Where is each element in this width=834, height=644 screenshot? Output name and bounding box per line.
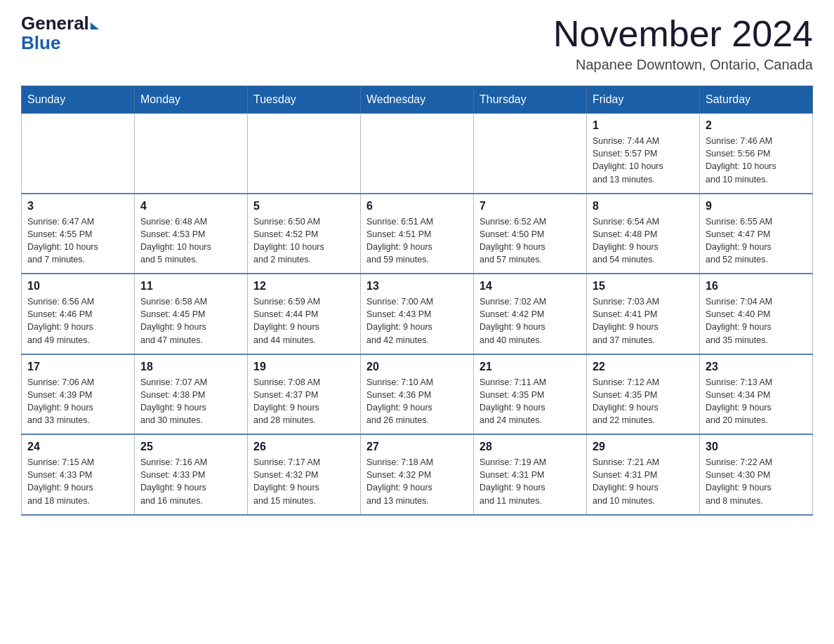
day-info: Sunrise: 7:02 AMSunset: 4:42 PMDaylight:…	[479, 295, 581, 347]
calendar-cell: 26Sunrise: 7:17 AMSunset: 4:32 PMDayligh…	[248, 434, 361, 515]
calendar-cell: 20Sunrise: 7:10 AMSunset: 4:36 PMDayligh…	[361, 354, 474, 435]
calendar-header-sunday: Sunday	[22, 86, 135, 114]
calendar-table: SundayMondayTuesdayWednesdayThursdayFrid…	[21, 86, 813, 516]
day-number: 1	[593, 119, 694, 132]
calendar-cell: 4Sunrise: 6:48 AMSunset: 4:53 PMDaylight…	[135, 194, 248, 274]
day-number: 24	[27, 441, 128, 453]
calendar-cell	[135, 114, 248, 194]
day-number: 17	[27, 361, 128, 373]
day-number: 12	[253, 280, 355, 293]
logo: General Blue	[21, 14, 99, 54]
day-number: 13	[366, 280, 468, 293]
day-number: 14	[479, 280, 581, 293]
day-info: Sunrise: 7:44 AMSunset: 5:57 PMDaylight:…	[593, 135, 694, 186]
day-number: 10	[27, 280, 128, 293]
logo-general-text: General	[21, 14, 89, 32]
calendar-cell: 2Sunrise: 7:46 AMSunset: 5:56 PMDaylight…	[700, 114, 813, 194]
header: General Blue November 2024 Napanee Downt…	[21, 14, 813, 73]
calendar-cell: 28Sunrise: 7:19 AMSunset: 4:31 PMDayligh…	[474, 434, 587, 515]
day-info: Sunrise: 7:08 AMSunset: 4:37 PMDaylight:…	[253, 376, 355, 427]
day-info: Sunrise: 7:12 AMSunset: 4:35 PMDaylight:…	[593, 376, 694, 427]
calendar-cell: 18Sunrise: 7:07 AMSunset: 4:38 PMDayligh…	[135, 354, 248, 435]
day-number: 18	[140, 361, 241, 373]
day-info: Sunrise: 7:13 AMSunset: 4:34 PMDaylight:…	[706, 376, 807, 427]
day-info: Sunrise: 6:58 AMSunset: 4:45 PMDaylight:…	[140, 295, 241, 347]
day-info: Sunrise: 7:10 AMSunset: 4:36 PMDaylight:…	[366, 376, 468, 427]
day-info: Sunrise: 6:50 AMSunset: 4:52 PMDaylight:…	[253, 215, 355, 267]
day-info: Sunrise: 7:18 AMSunset: 4:32 PMDaylight:…	[366, 456, 468, 507]
day-number: 30	[706, 441, 807, 453]
day-number: 8	[593, 200, 694, 213]
calendar-cell	[248, 114, 361, 194]
day-info: Sunrise: 6:59 AMSunset: 4:44 PMDaylight:…	[253, 295, 355, 347]
calendar-cell: 13Sunrise: 7:00 AMSunset: 4:43 PMDayligh…	[361, 274, 474, 354]
calendar-cell: 23Sunrise: 7:13 AMSunset: 4:34 PMDayligh…	[700, 354, 813, 435]
day-info: Sunrise: 6:55 AMSunset: 4:47 PMDaylight:…	[706, 215, 807, 267]
day-number: 15	[593, 280, 694, 293]
day-info: Sunrise: 7:17 AMSunset: 4:32 PMDaylight:…	[253, 456, 355, 507]
calendar-cell: 7Sunrise: 6:52 AMSunset: 4:50 PMDaylight…	[474, 194, 587, 274]
calendar-header-row: SundayMondayTuesdayWednesdayThursdayFrid…	[22, 86, 813, 114]
logo-arrow-icon	[91, 22, 99, 29]
calendar-cell: 6Sunrise: 6:51 AMSunset: 4:51 PMDaylight…	[361, 194, 474, 274]
calendar-cell: 15Sunrise: 7:03 AMSunset: 4:41 PMDayligh…	[587, 274, 700, 354]
calendar-week-3: 10Sunrise: 6:56 AMSunset: 4:46 PMDayligh…	[22, 274, 813, 354]
day-number: 6	[366, 200, 468, 213]
calendar-cell	[361, 114, 474, 194]
calendar-cell: 17Sunrise: 7:06 AMSunset: 4:39 PMDayligh…	[22, 354, 135, 435]
day-number: 19	[253, 361, 355, 373]
day-info: Sunrise: 6:47 AMSunset: 4:55 PMDaylight:…	[27, 215, 128, 267]
day-number: 26	[253, 441, 355, 453]
logo-blue-text: Blue	[21, 32, 60, 53]
day-info: Sunrise: 7:04 AMSunset: 4:40 PMDaylight:…	[706, 295, 807, 347]
calendar-cell: 1Sunrise: 7:44 AMSunset: 5:57 PMDaylight…	[587, 114, 700, 194]
calendar-header-wednesday: Wednesday	[361, 86, 474, 114]
calendar-cell: 24Sunrise: 7:15 AMSunset: 4:33 PMDayligh…	[22, 434, 135, 515]
calendar-week-2: 3Sunrise: 6:47 AMSunset: 4:55 PMDaylight…	[22, 194, 813, 274]
day-number: 25	[140, 441, 241, 453]
calendar-cell: 9Sunrise: 6:55 AMSunset: 4:47 PMDaylight…	[700, 194, 813, 274]
day-info: Sunrise: 7:11 AMSunset: 4:35 PMDaylight:…	[479, 376, 581, 427]
day-number: 4	[140, 200, 241, 213]
calendar-week-1: 1Sunrise: 7:44 AMSunset: 5:57 PMDaylight…	[22, 114, 813, 194]
day-number: 22	[593, 361, 694, 373]
day-info: Sunrise: 7:06 AMSunset: 4:39 PMDaylight:…	[27, 376, 128, 427]
day-number: 3	[27, 200, 128, 213]
day-info: Sunrise: 7:15 AMSunset: 4:33 PMDaylight:…	[27, 456, 128, 507]
calendar-cell: 5Sunrise: 6:50 AMSunset: 4:52 PMDaylight…	[248, 194, 361, 274]
day-info: Sunrise: 7:19 AMSunset: 4:31 PMDaylight:…	[479, 456, 581, 507]
calendar-cell: 27Sunrise: 7:18 AMSunset: 4:32 PMDayligh…	[361, 434, 474, 515]
day-number: 21	[479, 361, 581, 373]
title-area: November 2024 Napanee Downtown, Ontario,…	[553, 14, 813, 73]
calendar-cell: 12Sunrise: 6:59 AMSunset: 4:44 PMDayligh…	[248, 274, 361, 354]
calendar-week-5: 24Sunrise: 7:15 AMSunset: 4:33 PMDayligh…	[22, 434, 813, 515]
calendar-cell: 22Sunrise: 7:12 AMSunset: 4:35 PMDayligh…	[587, 354, 700, 435]
day-info: Sunrise: 6:52 AMSunset: 4:50 PMDaylight:…	[479, 215, 581, 267]
day-info: Sunrise: 6:54 AMSunset: 4:48 PMDaylight:…	[593, 215, 694, 267]
calendar-cell	[22, 114, 135, 194]
day-info: Sunrise: 7:16 AMSunset: 4:33 PMDaylight:…	[140, 456, 241, 507]
day-number: 28	[479, 441, 581, 453]
day-number: 2	[706, 119, 807, 132]
day-info: Sunrise: 7:00 AMSunset: 4:43 PMDaylight:…	[366, 295, 468, 347]
day-info: Sunrise: 7:03 AMSunset: 4:41 PMDaylight:…	[593, 295, 694, 347]
day-number: 20	[366, 361, 468, 373]
day-number: 5	[253, 200, 355, 213]
calendar-cell: 3Sunrise: 6:47 AMSunset: 4:55 PMDaylight…	[22, 194, 135, 274]
calendar-cell: 16Sunrise: 7:04 AMSunset: 4:40 PMDayligh…	[700, 274, 813, 354]
calendar-header-tuesday: Tuesday	[248, 86, 361, 114]
calendar-header-friday: Friday	[587, 86, 700, 114]
calendar-week-4: 17Sunrise: 7:06 AMSunset: 4:39 PMDayligh…	[22, 354, 813, 435]
calendar-cell	[474, 114, 587, 194]
day-info: Sunrise: 6:56 AMSunset: 4:46 PMDaylight:…	[27, 295, 128, 347]
day-number: 29	[593, 441, 694, 453]
calendar-cell: 8Sunrise: 6:54 AMSunset: 4:48 PMDaylight…	[587, 194, 700, 274]
day-number: 23	[706, 361, 807, 373]
day-number: 27	[366, 441, 468, 453]
day-info: Sunrise: 7:21 AMSunset: 4:31 PMDaylight:…	[593, 456, 694, 507]
day-info: Sunrise: 7:22 AMSunset: 4:30 PMDaylight:…	[706, 456, 807, 507]
day-number: 9	[706, 200, 807, 213]
day-info: Sunrise: 6:51 AMSunset: 4:51 PMDaylight:…	[366, 215, 468, 267]
month-title: November 2024	[553, 14, 813, 54]
day-number: 11	[140, 280, 241, 293]
